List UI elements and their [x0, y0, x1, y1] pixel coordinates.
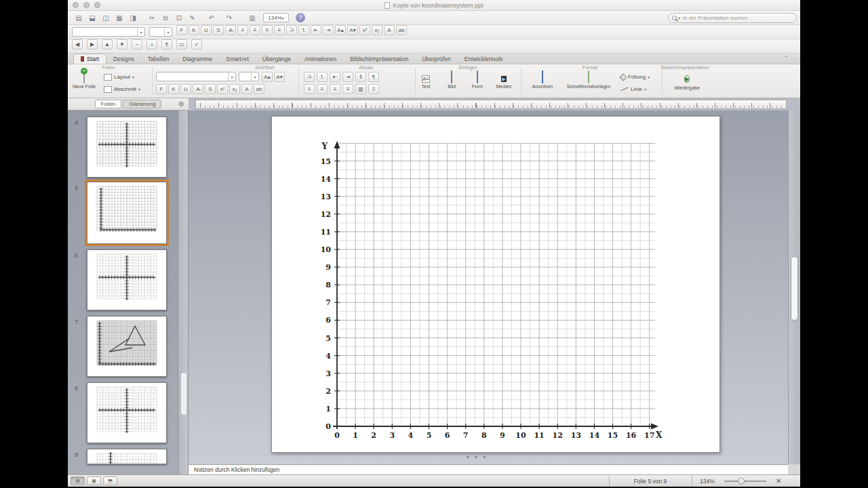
indent-decrease-button[interactable]: ⇤ [311, 25, 321, 35]
numbering-button[interactable]: ⒈ [317, 72, 328, 82]
font-color-button[interactable]: A [241, 84, 252, 94]
subscript-button[interactable]: x₂ [229, 84, 240, 94]
font-family-combo[interactable]: ▾ [72, 27, 145, 37]
sidebar-scrollbar-thumb[interactable] [181, 373, 186, 415]
shrink-font-button[interactable]: A▾ [347, 25, 358, 35]
notes-bar[interactable]: Notizen durch Klicken hinzufügen [189, 464, 788, 474]
fit-slide-to-window-icon[interactable]: ✕ [776, 477, 781, 485]
ribbon-tab-animationen[interactable]: Animationen [298, 54, 343, 64]
slide-thumbnail-9[interactable] [87, 449, 167, 464]
align-right-button[interactable]: ≡ [262, 25, 273, 35]
insert-picture-button[interactable]: Bild [439, 71, 464, 97]
insert-media-button[interactable]: ▶Medien [491, 71, 517, 97]
justify-button[interactable]: ≡ [342, 84, 353, 94]
slide-sorter-view-button[interactable]: ▦ [87, 476, 101, 485]
slide-canvas[interactable]: 0123456789101112131415161701234567891011… [271, 116, 720, 453]
justify-button[interactable]: ≡ [274, 25, 285, 35]
normal-view-button[interactable]: ▤ [71, 476, 85, 485]
undo-icon[interactable]: ↶ [206, 13, 217, 23]
numbering-button[interactable]: ⒈ [298, 25, 309, 35]
shadow-button[interactable]: S [213, 25, 224, 35]
slide-thumbnail-4[interactable] [87, 117, 167, 178]
highlight-color-button[interactable]: ab [254, 84, 264, 94]
text-direction-button[interactable]: ¶ [368, 72, 379, 82]
ruler-toggle-button[interactable]: ▭ [176, 39, 187, 49]
toolbar-zoom-box[interactable]: 134%▾ [263, 13, 289, 22]
indent-increase-button[interactable]: ⇥ [323, 25, 334, 35]
panel-splitter[interactable] [178, 110, 189, 474]
new-presentation-icon[interactable]: ▤ [73, 13, 84, 23]
save-icon[interactable]: ◫ [100, 13, 111, 23]
insert-shape-button[interactable]: Form [465, 71, 490, 97]
shadow-button[interactable]: S [205, 84, 216, 94]
zoom-slider-knob[interactable] [738, 478, 745, 485]
italic-button[interactable]: K [168, 84, 179, 94]
open-icon[interactable]: ⬓ [87, 13, 98, 23]
font-size-combo[interactable]: ▾ [149, 27, 172, 37]
indent-decrease-button[interactable]: ⇤ [330, 72, 340, 82]
underline-button[interactable]: U [180, 84, 191, 94]
print-icon[interactable]: ▦ [114, 13, 125, 23]
superscript-button[interactable]: x² [217, 84, 228, 94]
ribbon-font-family-combo[interactable]: ▾ [156, 72, 236, 81]
slide-thumbnail-8[interactable] [87, 382, 167, 443]
formatting-palette-icon[interactable]: ▥ [247, 13, 258, 23]
ribbon-tab-entwicklertools[interactable]: Entwicklertools [458, 54, 510, 64]
redo-icon[interactable]: ↷ [224, 13, 235, 23]
align-left-button[interactable]: ≡ [237, 25, 248, 35]
slide-thumbnail-5[interactable] [87, 182, 167, 244]
ribbon-tab-bildschirmpräsentation[interactable]: Bildschirmpräsentation [343, 54, 415, 64]
quick-styles-button[interactable]: Schnellformatvorlagen [560, 71, 617, 97]
search-input[interactable]: ▾ in der Präsentation suchen [668, 13, 797, 23]
slide-thumbnail-7[interactable] [87, 316, 167, 377]
font-color-button[interactable]: A [384, 25, 395, 35]
paste-icon[interactable]: ⊡ [174, 13, 184, 23]
highlight-button[interactable]: ab [396, 25, 407, 35]
expand-button[interactable]: ＋ [146, 39, 157, 49]
ribbon-tab-smartart[interactable]: SmartArt [219, 54, 256, 64]
grow-font-button[interactable]: A▴ [335, 25, 346, 35]
ribbon-tab-übergänge[interactable]: Übergänge [256, 54, 298, 64]
align-center-button[interactable]: ≡ [250, 25, 260, 35]
superscript-button[interactable]: x² [359, 25, 370, 35]
ribbon-tab-diagramme[interactable]: Diagramme [176, 54, 219, 64]
horizontal-ruler[interactable] [195, 100, 787, 109]
section-button[interactable]: Abschnitt▾ [102, 84, 142, 94]
help-icon[interactable]: ? [296, 13, 305, 22]
new-slide-button[interactable]: Neue Folie [71, 71, 98, 97]
align-center-button[interactable]: ≡ [317, 84, 328, 94]
arrange-button[interactable]: Anordnen [526, 71, 559, 97]
copy-icon[interactable]: ⧉ [160, 13, 171, 23]
underline-button[interactable]: U [201, 25, 212, 35]
show-formatting-button[interactable]: ¶ [161, 39, 172, 49]
align-left-button[interactable]: ≡ [304, 84, 315, 94]
collapse-button[interactable]: − [132, 39, 142, 49]
ribbon-options-icon[interactable]: · [794, 55, 796, 62]
zoom-slider[interactable] [724, 481, 766, 482]
ribbon-tab-start[interactable]: Start [73, 54, 106, 64]
notes-splitter-handle[interactable]: • • • [467, 453, 488, 461]
tab-gliederung[interactable]: Gliederung [123, 100, 161, 108]
spelling-button[interactable]: ✓ [191, 39, 202, 49]
insert-text-button[interactable]: A≡Text [414, 71, 438, 97]
indent-increase-button[interactable]: ⇥ [342, 72, 353, 82]
collapse-ribbon-icon[interactable]: ⌃ [783, 55, 789, 62]
slide-thumbnail-6[interactable] [87, 249, 167, 310]
move-up-button[interactable]: ▲ [102, 39, 113, 49]
line-spacing-button[interactable]: ⇕ [355, 72, 366, 82]
columns-button[interactable]: ▥ [355, 84, 366, 94]
grow-font-button[interactable]: A▴ [262, 72, 273, 82]
bold-button[interactable]: F [176, 25, 187, 35]
bullets-button[interactable]: ⁚≡ [286, 25, 297, 35]
promote-button[interactable]: ◀ [72, 39, 83, 49]
format-painter-icon[interactable]: ✎ [187, 13, 198, 23]
vertical-scrollbar-thumb[interactable] [791, 256, 798, 321]
line-button[interactable]: Linie▾ [618, 84, 648, 94]
fill-button[interactable]: Füllung▾ [618, 72, 652, 82]
cut-icon[interactable]: ✂ [146, 13, 157, 23]
strikethrough-button[interactable]: A̶ [193, 84, 203, 94]
vertical-scrollbar[interactable] [788, 110, 800, 464]
ribbon-tab-tabellen[interactable]: Tabellen [141, 54, 176, 64]
italic-button[interactable]: K [189, 25, 199, 35]
move-down-button[interactable]: ▼ [117, 39, 127, 49]
